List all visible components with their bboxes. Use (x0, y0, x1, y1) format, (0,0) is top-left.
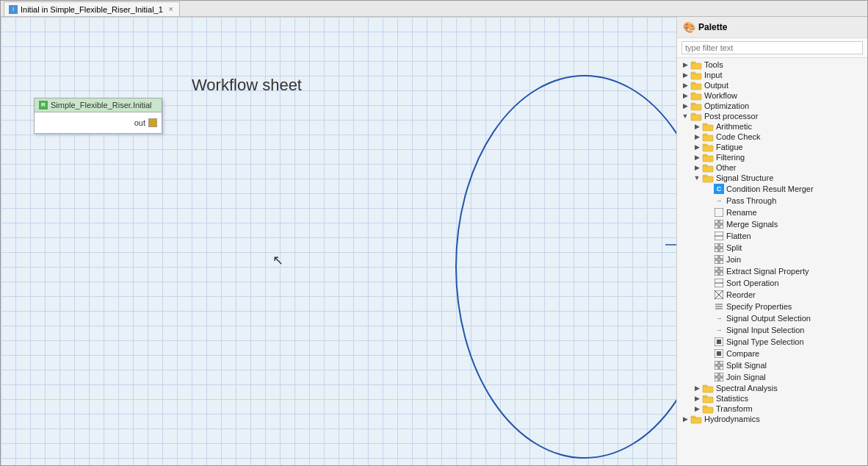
chevron-icon[interactable]: ▶ (692, 405, 702, 412)
tab-close-button[interactable]: × (169, 5, 173, 13)
main-content: Workflow sheet R Simple_Flexible_Riser.I… (1, 17, 867, 465)
palette-search-bar[interactable] (677, 38, 867, 58)
main-tab[interactable]: I Initial in Simple_Flexible_Riser_Initi… (4, 1, 180, 16)
chevron-icon[interactable]: ▶ (680, 82, 690, 89)
other-label: Other (716, 163, 737, 172)
svg-rect-40 (720, 248, 723, 252)
specify_properties-label: Specify Properties (726, 302, 792, 311)
svg-rect-45 (715, 267, 718, 270)
join_signal-icon (714, 372, 724, 382)
tree-item-spectral_analysis[interactable]: ▶Spectral Analysis (677, 383, 867, 393)
tree-item-other[interactable]: ▶Other (677, 162, 867, 173)
tree-item-extract_signal_property[interactable]: Extract Signal Property (677, 265, 867, 277)
chevron-icon[interactable]: ▶ (692, 154, 702, 161)
workflow-label: Workflow (704, 91, 737, 100)
svg-rect-44 (720, 260, 723, 264)
chevron-icon[interactable]: ▶ (692, 133, 702, 140)
svg-rect-41 (715, 255, 718, 259)
tree-item-flatten[interactable]: Flatten (677, 230, 867, 242)
tree-item-join_signal[interactable]: Join Signal (677, 371, 867, 383)
merge_signals-icon (714, 219, 724, 229)
tree-item-specify_properties[interactable]: Specify Properties (677, 301, 867, 312)
input-label: Input (704, 71, 722, 79)
tree-item-sort_operation[interactable]: Sort Operation (677, 277, 867, 289)
svg-rect-38 (720, 243, 723, 247)
signal_input_selection-label: Signal Input Selection (726, 326, 804, 334)
svg-point-0 (456, 76, 676, 458)
fatigue-label: Fatigue (716, 143, 743, 151)
tree-item-compare[interactable]: Compare (677, 348, 867, 359)
chevron-icon[interactable]: ▶ (692, 143, 702, 151)
tree-item-transform[interactable]: ▶Transform (677, 404, 867, 414)
tree-item-signal_type_selection[interactable]: Signal Type Selection (677, 336, 867, 348)
chevron-icon[interactable]: ▼ (680, 112, 690, 120)
node-title: Simple_Flexible_Riser.Initial (51, 101, 152, 110)
tree-item-rename[interactable]: Rename (677, 207, 867, 218)
chevron-icon[interactable]: ▶ (680, 61, 690, 68)
tree-item-workflow[interactable]: ▶Workflow (677, 90, 867, 101)
chevron-icon[interactable]: ▶ (680, 102, 690, 110)
merge_signals-label: Merge Signals (726, 220, 778, 229)
split_signal-label: Split Signal (726, 361, 767, 370)
rename-label: Rename (726, 208, 757, 217)
chevron-icon[interactable]: ▶ (692, 123, 702, 130)
rename-icon (714, 207, 724, 218)
tree-item-fatigue[interactable]: ▶Fatigue (677, 142, 867, 152)
extract_signal_property-icon (714, 266, 724, 276)
node-output-port[interactable] (148, 118, 157, 127)
palette-search-input[interactable] (681, 41, 863, 54)
chevron-icon[interactable]: ▶ (692, 395, 702, 402)
tree-item-pass_through[interactable]: →Pass Through (677, 195, 867, 207)
tree-item-code_check[interactable]: ▶Code Check (677, 132, 867, 142)
hydrodynamics-label: Hydrodynamics (704, 415, 760, 423)
svg-rect-25 (703, 156, 713, 162)
reorder-icon (714, 290, 724, 300)
chevron-icon[interactable]: ▶ (692, 164, 702, 171)
chevron-icon[interactable]: ▶ (680, 71, 690, 79)
svg-rect-7 (691, 63, 701, 69)
svg-rect-60 (717, 351, 721, 356)
tree-item-hydrodynamics[interactable]: ▶Hydrodynamics (677, 414, 867, 424)
chevron-icon[interactable]: ▶ (680, 92, 690, 99)
folder-icon (702, 394, 714, 403)
canvas-area[interactable]: Workflow sheet R Simple_Flexible_Riser.I… (1, 17, 676, 465)
tree-item-post_processor[interactable]: ▼Post processor (677, 111, 867, 121)
tree-item-filtering[interactable]: ▶Filtering (677, 152, 867, 162)
workflow-node[interactable]: R Simple_Flexible_Riser.Initial out (34, 98, 162, 134)
tree-item-reorder[interactable]: Reorder (677, 289, 867, 301)
tree-item-join[interactable]: Join (677, 254, 867, 265)
signal_output_selection-label: Signal Output Selection (726, 314, 811, 323)
svg-rect-21 (703, 135, 713, 141)
tree-item-split[interactable]: Split (677, 242, 867, 254)
svg-rect-30 (715, 208, 723, 217)
pass_through-label: Pass Through (726, 196, 776, 205)
tab-bar: I Initial in Simple_Flexible_Riser_Initi… (1, 1, 867, 17)
svg-rect-37 (715, 243, 718, 247)
folder-icon (702, 143, 714, 151)
svg-rect-61 (715, 361, 718, 365)
tree-item-split_signal[interactable]: Split Signal (677, 359, 867, 371)
filtering-label: Filtering (716, 153, 745, 162)
svg-rect-34 (720, 225, 723, 229)
svg-rect-13 (691, 94, 701, 100)
join_signal-label: Join Signal (726, 373, 766, 381)
tree-item-merge_signals[interactable]: Merge Signals (677, 218, 867, 230)
tree-item-condition_result_merger[interactable]: CCondition Result Merger (677, 183, 867, 195)
tree-item-optimization[interactable]: ▶Optimization (677, 101, 867, 111)
tree-item-output[interactable]: ▶Output (677, 80, 867, 90)
tree-item-statistics[interactable]: ▶Statistics (677, 393, 867, 404)
tree-item-signal_structure[interactable]: ▼Signal Structure (677, 173, 867, 183)
chevron-icon[interactable]: ▼ (692, 174, 702, 182)
tree-item-arithmetic[interactable]: ▶Arithmetic (677, 121, 867, 132)
tree-item-tools[interactable]: ▶Tools (677, 60, 867, 70)
folder-icon (702, 173, 714, 182)
tree-item-input[interactable]: ▶Input (677, 70, 867, 80)
chevron-icon[interactable]: ▶ (680, 415, 690, 423)
tree-item-signal_input_selection[interactable]: →Signal Input Selection (677, 324, 867, 336)
folder-icon (702, 153, 714, 162)
split-icon (714, 243, 724, 253)
signal_structure-label: Signal Structure (716, 173, 773, 182)
chevron-icon[interactable]: ▶ (692, 384, 702, 392)
tab-label: Initial in Simple_Flexible_Riser_Initial… (21, 5, 163, 14)
tree-item-signal_output_selection[interactable]: →Signal Output Selection (677, 312, 867, 324)
